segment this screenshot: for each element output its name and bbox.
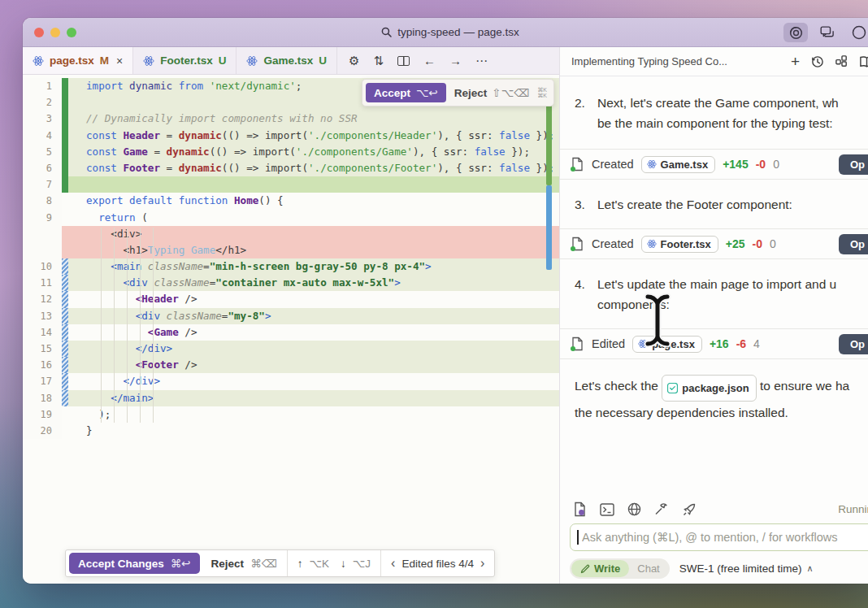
open-file-button[interactable]: Op — [839, 334, 868, 354]
mode-write-button[interactable]: Write — [571, 560, 629, 577]
back-icon[interactable]: ← — [423, 54, 436, 67]
app-window: typing-speed — page.tsx — [23, 18, 868, 584]
package-json-chip[interactable]: package.json — [662, 375, 756, 402]
split-editor-icon[interactable] — [397, 56, 410, 66]
code-line[interactable]: 6const Footer = dynamic(() => import('./… — [23, 160, 559, 176]
new-conversation-icon[interactable]: + — [791, 54, 800, 69]
gutter-spacer — [62, 406, 68, 423]
code-line[interactable]: <div> — [23, 226, 559, 242]
tab-game-tsx[interactable]: Game.tsx U — [237, 47, 337, 74]
diff-modified-gutter — [62, 275, 68, 291]
code-line[interactable]: 13 <div className="my-8"> — [23, 308, 559, 324]
code-line[interactable]: 9 return ( — [23, 210, 559, 226]
tab-footer-tsx[interactable]: Footer.tsx U — [133, 47, 237, 74]
terminal-icon[interactable] — [600, 503, 614, 516]
conversation-title[interactable]: Implementing Typing Speed Co... — [571, 55, 727, 67]
code-line[interactable]: 12 <Header /> — [23, 291, 559, 307]
line-number: 2 — [23, 94, 62, 111]
code-line[interactable]: 19 ); — [23, 406, 559, 423]
line-number: 12 — [23, 291, 62, 307]
code-line[interactable]: 18 </main> — [23, 390, 559, 406]
code-line[interactable]: 16 <Footer /> — [23, 357, 559, 373]
file-chip[interactable]: Game.tsx — [641, 156, 716, 173]
tools-hammer-icon[interactable] — [654, 502, 669, 516]
mode-chat-button[interactable]: Chat — [629, 560, 667, 577]
lines-removed: -0 — [752, 237, 762, 250]
code-line[interactable]: 5const Game = dynamic(() => import('./co… — [23, 144, 559, 160]
line-number: 11 — [23, 275, 62, 291]
reject-diff-button[interactable]: Reject⇧⌥⌫ — [454, 86, 530, 99]
text-caret — [577, 530, 579, 545]
chevron-up-icon: ∧ — [807, 563, 814, 574]
tab-page-tsx[interactable]: page.tsx M × — [23, 47, 133, 74]
code-line[interactable]: 11 <div className="container mx-auto max… — [23, 275, 559, 291]
line-number: 18 — [23, 390, 62, 406]
line-number: 17 — [23, 373, 62, 389]
file-chip[interactable]: page.tsx — [632, 336, 702, 353]
lines-added: +25 — [726, 237, 745, 250]
file-chip[interactable]: Footer.tsx — [641, 236, 718, 253]
prev-file-button[interactable]: ‹ — [391, 556, 395, 571]
history-icon[interactable] — [810, 54, 824, 68]
close-window-button[interactable] — [34, 28, 44, 37]
zoom-window-button[interactable] — [67, 28, 76, 37]
line-number: 7 — [23, 176, 62, 193]
indent-guide — [153, 228, 154, 423]
comments-button[interactable] — [815, 23, 840, 42]
next-file-button[interactable]: › — [480, 556, 484, 571]
package-json-icon — [667, 383, 678, 393]
indent-guide — [127, 228, 128, 423]
diff-modified-gutter — [62, 324, 68, 341]
file-change-card: Created Footer.tsx +25 -0 0 Op — [560, 228, 868, 259]
composer: Runnin Write Chat SWE-1 (free — [560, 502, 868, 584]
code-line[interactable]: <h1>Typing Game</h1> — [23, 242, 559, 258]
minimize-window-button[interactable] — [50, 28, 60, 37]
line-number: 19 — [23, 406, 62, 423]
open-file-button[interactable]: Op — [839, 154, 868, 175]
diff-added-gutter — [62, 78, 68, 94]
window-title: typing-speed — page.tsx — [397, 26, 519, 38]
editor-column: page.tsx M × Footer.tsx U Game.tsx U ⚙ ⇅ — [23, 47, 559, 584]
forward-icon[interactable]: → — [449, 54, 462, 67]
lines-added: +145 — [723, 158, 749, 171]
refresh-button[interactable] — [847, 23, 868, 42]
code-editor[interactable]: 1import dynamic from 'next/dynamic';23//… — [23, 75, 559, 584]
cascade-header: Implementing Typing Speed Co... + — [560, 47, 868, 76]
open-file-button[interactable]: Op — [839, 234, 868, 254]
diff-modified-gutter — [62, 258, 68, 275]
code-line[interactable]: 7 — [23, 176, 559, 193]
close-tab-icon[interactable]: × — [116, 54, 123, 67]
accept-changes-button[interactable]: Accept Changes⌘↩ — [69, 553, 200, 574]
code-line[interactable]: 4const Header = dynamic(() => import('./… — [23, 128, 559, 144]
web-globe-icon[interactable] — [627, 502, 641, 516]
prev-diff-button[interactable]: ↑ — [297, 558, 303, 570]
line-number: 16 — [23, 357, 62, 373]
cascade-toggle-button[interactable] — [783, 23, 808, 42]
model-selector[interactable]: SWE-1 (free limited time) ∧ — [679, 562, 814, 575]
settings-gear-icon[interactable]: ⚙ — [349, 54, 359, 68]
tab-label: Footer.tsx — [160, 54, 213, 67]
docs-book-icon[interactable] — [859, 55, 868, 68]
conversation-body: 2. Next, let's create the Game component… — [560, 76, 868, 502]
chat-input[interactable] — [570, 523, 868, 551]
code-line[interactable]: 8export default function Home() { — [23, 193, 559, 209]
apps-icon[interactable] — [835, 54, 848, 68]
compare-changes-icon[interactable]: ⇅ — [373, 54, 384, 68]
more-actions-icon[interactable]: ⋯ — [475, 54, 488, 68]
code-line[interactable]: 20} — [23, 423, 559, 439]
line-number: 4 — [23, 128, 62, 144]
code-line[interactable]: 15 </div> — [23, 341, 559, 357]
next-diff-button[interactable]: ↓ — [341, 558, 346, 570]
indent-guide — [101, 228, 102, 423]
reject-changes-button[interactable]: Reject ⌘⌫ — [202, 550, 287, 576]
code-line[interactable]: 3// Dynamically import components with n… — [23, 111, 559, 127]
accept-diff-button[interactable]: Accept⌥↩ — [366, 83, 446, 102]
diff-modified-gutter — [62, 357, 68, 373]
deploy-rocket-icon[interactable] — [682, 502, 697, 517]
code-line[interactable]: 14 <Game /> — [23, 324, 559, 341]
code-line[interactable]: 10 <main className="min-h-screen bg-gray… — [23, 258, 559, 275]
overview-ruler-modified[interactable] — [546, 185, 552, 270]
code-line[interactable]: 17 </div> — [23, 373, 559, 389]
attach-context-icon[interactable] — [573, 502, 587, 517]
tab-bar: page.tsx M × Footer.tsx U Game.tsx U ⚙ ⇅ — [23, 47, 559, 75]
